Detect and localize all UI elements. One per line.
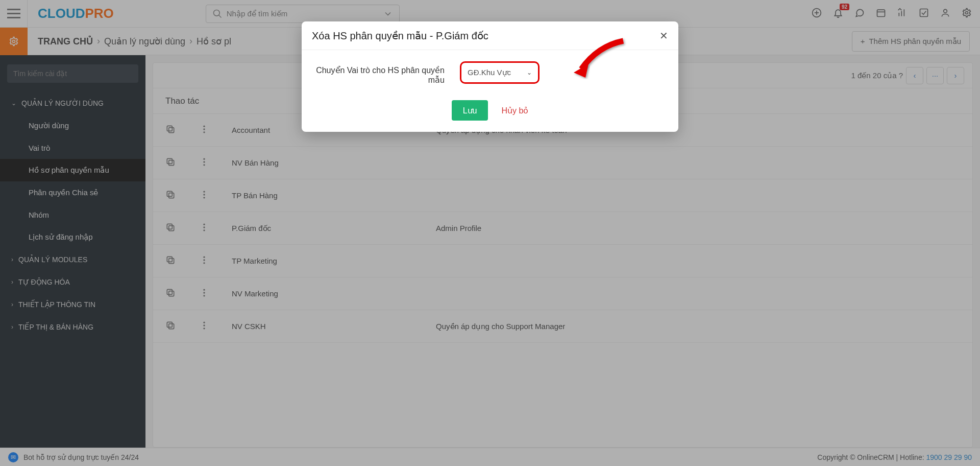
role-select-value: GĐ.Khu Vực — [468, 68, 511, 77]
modal-footer: Lưu Hủy bỏ — [302, 94, 678, 132]
svg-marker-49 — [574, 64, 589, 78]
role-select[interactable]: GĐ.Khu Vực ⌄ — [460, 61, 540, 84]
modal-body: Chuyển Vai trò cho HS phân quyền mẫu GĐ.… — [302, 50, 678, 94]
close-icon[interactable]: ✕ — [659, 30, 668, 42]
modal-field-label: Chuyển Vai trò cho HS phân quyền mẫu — [312, 61, 445, 85]
modal-header: Xóa HS phân quyền mẫu - P.Giám đốc ✕ — [302, 21, 678, 50]
save-button[interactable]: Lưu — [452, 100, 488, 121]
cancel-button[interactable]: Hủy bỏ — [501, 106, 528, 115]
modal-delete-profile: Xóa HS phân quyền mẫu - P.Giám đốc ✕ Chu… — [302, 21, 678, 132]
chevron-down-icon: ⌄ — [527, 69, 532, 76]
modal-title: Xóa HS phân quyền mẫu - P.Giám đốc — [312, 30, 488, 42]
